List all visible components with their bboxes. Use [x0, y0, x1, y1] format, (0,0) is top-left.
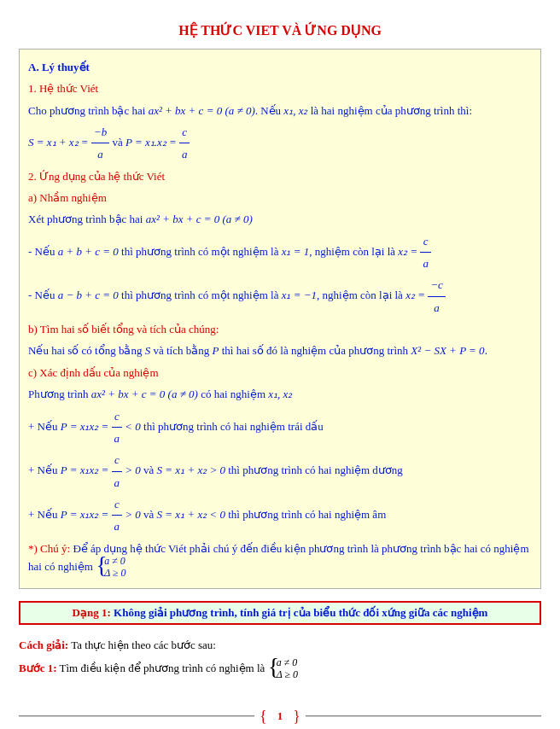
- p-frac: ca: [112, 493, 123, 538]
- text: thì phương trình có một nghiệm là: [119, 245, 282, 258]
- s1-line1: Cho phương trình bậc hai ax² + bx + c = …: [28, 100, 532, 121]
- text: - Nếu: [28, 289, 58, 301]
- text: Phương trình: [28, 388, 91, 400]
- den: a: [112, 471, 123, 493]
- cmp: < 0: [122, 419, 141, 432]
- dang1-body: Không giải phương trình, tính giá trị củ…: [111, 606, 488, 619]
- cond-1: a ≠ 0: [277, 657, 298, 669]
- step1: Bước 1: Tìm điều kiện để phương trình có…: [19, 656, 541, 681]
- heading-2b: b) Tìm hai số biết tổng và tích của chún…: [28, 318, 532, 340]
- tail: thì phương trình có hai nghiệm trái dấu: [141, 419, 324, 432]
- s2c-bullet1: + Nếu P = x₁x₂ = ca < 0 thì phương trình…: [28, 405, 532, 450]
- num: c: [112, 449, 123, 470]
- s2a-line1: Xét phương trình bậc hai ax² + bx + c = …: [28, 208, 532, 230]
- den: a: [112, 515, 123, 537]
- bracket-left-icon: {: [260, 709, 267, 724]
- sum-frac: −ba: [91, 121, 109, 166]
- and: và: [112, 136, 125, 149]
- root2-pre: x₂ =: [398, 245, 420, 258]
- theory-box: A. Lý thuyết 1. Hệ thức Viét Cho phương …: [19, 49, 541, 589]
- root1: x₁ = 1: [282, 245, 310, 258]
- cond: a − b + c = 0: [58, 289, 119, 301]
- den: a: [428, 296, 446, 318]
- bracket-right-icon: }: [293, 709, 300, 724]
- num: c: [112, 493, 123, 515]
- equation: ax² + bx + c = 0 (a ≠ 0): [146, 213, 253, 225]
- note-star: *) Chú ý:: [28, 542, 70, 555]
- heading-2: 2. Ứng dụng của hệ thức Viét: [28, 166, 532, 187]
- sum-lhs: S = x₁ + x₂ =: [28, 136, 91, 149]
- tail: thì phương trình có hai nghiệm dương: [225, 464, 403, 476]
- den: a: [112, 427, 123, 449]
- text: có hai nghiệm: [198, 388, 268, 400]
- text: Cho phương trình bậc hai: [28, 104, 149, 117]
- text: , nghiệm còn lại là: [317, 289, 405, 301]
- p-expr: P = x₁x₂ =: [61, 464, 112, 476]
- p-expr: P = x₁x₂ =: [61, 508, 112, 521]
- page-number: 1: [272, 709, 289, 723]
- cond-1: a ≠ 0: [104, 556, 125, 568]
- num: c: [420, 230, 431, 252]
- text: thì hai số đó là nghiệm của phương trình: [219, 344, 411, 357]
- p-expr: P = x₁x₂ =: [61, 419, 112, 432]
- text: thì phương trình có một nghiệm là: [119, 289, 282, 301]
- heading-2c: c) Xác định dấu của nghiệm: [28, 362, 532, 383]
- pre: + Nếu: [28, 464, 61, 476]
- footer-rule-right: [306, 715, 541, 717]
- and: và: [141, 508, 157, 521]
- s2a-case1: - Nếu a + b + c = 0 thì phương trình có …: [28, 230, 532, 275]
- condition-system: a ≠ 0 Δ ≥ 0: [96, 556, 125, 580]
- equation: ax² + bx + c = 0 (a ≠ 0): [149, 104, 255, 117]
- tail: thì phương trình có hai nghiệm âm: [225, 508, 386, 521]
- s1-formulas: S = x₁ + x₂ = −ba và P = x₁.x₂ = ca: [28, 121, 532, 166]
- pre: + Nếu: [28, 508, 61, 521]
- num: −c: [428, 274, 446, 295]
- dot: .: [485, 344, 487, 357]
- den: a: [179, 143, 190, 165]
- p-frac: ca: [112, 449, 123, 493]
- cond-2: Δ ≥ 0: [277, 669, 298, 681]
- heading-2a: a) Nhầm nghiệm: [28, 187, 532, 208]
- cmp: > 0: [122, 464, 141, 476]
- step1-body: Tìm điều kiện để phương trình có nghiệm …: [57, 662, 268, 674]
- note-line-2: hai có nghiệm a ≠ 0 Δ ≥ 0: [28, 556, 532, 580]
- page-footer: { 1 }: [19, 709, 541, 724]
- s-expr: S = x₁ + x₂ < 0: [157, 508, 225, 521]
- roots: x₁, x₂: [283, 104, 307, 117]
- s2c-line1: Phương trình ax² + bx + c = 0 (a ≠ 0) có…: [28, 383, 532, 405]
- cmp: > 0: [122, 508, 141, 521]
- step1-label: Bước 1:: [19, 662, 57, 674]
- num: −b: [91, 121, 109, 143]
- solve-body: Ta thực hiện theo các bước sau:: [68, 639, 216, 651]
- note-body: Để áp dụng hệ thức Viét phải chú ý đến đ…: [70, 542, 528, 555]
- text: Xét phương trình bậc hai: [28, 213, 146, 225]
- doc-title: HỆ THỨC VIET VÀ ỨNG DỤNG: [19, 22, 541, 38]
- condition-system: a ≠ 0 Δ ≥ 0: [268, 657, 298, 681]
- equation: X² − SX + P = 0: [411, 344, 484, 357]
- s2c-bullet3: + Nếu P = x₁x₂ = ca > 0 và S = x₁ + x₂ <…: [28, 493, 532, 538]
- pre: + Nếu: [28, 419, 61, 432]
- roots: x₁, x₂: [268, 388, 292, 400]
- text: , nghiệm còn lại là: [309, 245, 398, 258]
- heading-1: 1. Hệ thức Viét: [28, 78, 532, 99]
- cond-2: Δ ≥ 0: [104, 568, 125, 580]
- cond: a + b + c = 0: [58, 245, 119, 258]
- s2b-body: Nếu hai số có tổng bằng S và tích bằng P…: [28, 340, 532, 361]
- dang1-box: Dạng 1: Không giải phương trình, tính gi…: [19, 601, 541, 625]
- text: là hai nghiệm của phương trình thì:: [307, 104, 472, 117]
- root2-frac: −ca: [428, 274, 446, 318]
- p-frac: ca: [112, 405, 123, 450]
- s-expr: S = x₁ + x₂ > 0: [157, 464, 225, 476]
- root2-frac: ca: [420, 230, 431, 275]
- equation: ax² + bx + c = 0 (a ≠ 0): [91, 388, 198, 400]
- prod-frac: ca: [179, 121, 190, 166]
- num: c: [179, 121, 190, 143]
- den: a: [420, 252, 431, 274]
- solve-label: Cách giải:: [19, 639, 68, 651]
- and: và: [141, 464, 157, 476]
- root2-pre: x₂ =: [405, 289, 428, 301]
- den: a: [91, 143, 109, 165]
- dang1-label: Dạng 1:: [73, 606, 111, 619]
- root1: x₁ = −1: [282, 289, 317, 301]
- heading-a: A. Lý thuyết: [28, 56, 532, 78]
